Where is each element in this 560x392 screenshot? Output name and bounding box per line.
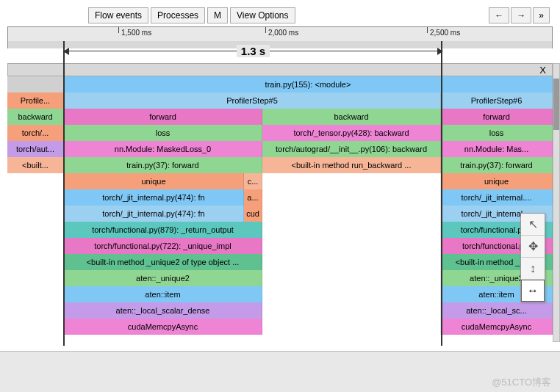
span-a[interactable]: a... [244,189,262,206]
range-indicator: 1.3 s [64,44,442,57]
spacer [7,270,64,286]
spacer [262,189,441,206]
flow-events-button[interactable]: Flow events [88,7,148,23]
spacer [7,222,64,238]
span-cud[interactable]: cud [244,206,262,222]
spacer [7,206,64,222]
tick-label: 1,500 ms [121,29,151,37]
tick-label: 2,500 ms [430,29,460,37]
span-train-module[interactable]: train.py(155): <module> [64,76,553,92]
spacer [7,319,64,335]
spacer [262,286,441,302]
ruler[interactable]: 1,500 ms 2,000 ms 2,500 ms [7,26,553,43]
tool-palette: ↖ ✥ ↕ ↔ [520,213,545,302]
span-torch[interactable]: torch/... [7,125,64,141]
pointer-tool-icon[interactable]: ↖ [521,214,545,236]
range-label: 1.3 s [237,45,270,57]
span-jit-internal[interactable]: torch/_jit_internal.py(474): fn [64,189,244,206]
span-backward[interactable]: backward [7,109,64,125]
span-return-output[interactable]: torch/functional.py(879): _return_output [64,222,262,238]
spacer [7,238,64,254]
spacer [7,302,64,319]
scrollbar-vertical[interactable] [553,63,560,342]
span-cuda-memcpy[interactable]: cudaMemcpyAsync [64,319,262,335]
span-train-forward[interactable]: train.py(37): forward [64,157,262,173]
span-profilerstep5[interactable]: ProfilerStep#5 [64,92,441,109]
span-maskedloss[interactable]: nn.Module: MaskedLoss_0 [64,141,262,157]
span-autograd-init[interactable]: torch/autograd/__init__.py(106): backwar… [262,141,441,157]
nav-prev-button[interactable]: ← [489,7,509,23]
span-loss-2[interactable]: loss [441,125,553,141]
vertical-zoom-tool-icon[interactable]: ↕ [521,258,545,280]
span-backward-2[interactable]: backward [262,109,441,125]
spacer [7,173,64,189]
m-button[interactable]: M [207,7,228,23]
span-profilerstep6[interactable]: ProfilerStep#6 [441,92,553,109]
selection-left-line[interactable] [63,41,65,346]
spacer [262,302,441,319]
view-options-button[interactable]: View Options [230,7,295,23]
span-train-forward-2[interactable]: train.py(37): forward [441,157,553,173]
spacer [262,222,441,238]
tick-label: 2,000 ms [268,29,298,37]
span-profile[interactable]: Profile... [7,92,64,109]
spacer [262,270,441,286]
span-c[interactable]: c... [244,173,262,189]
track-label-spacer [7,76,64,92]
span-forward-2[interactable]: forward [441,109,553,125]
spacer [262,173,441,189]
nav-next-button[interactable]: → [511,7,531,23]
span-run-backward[interactable]: <built-in method run_backward ... [262,157,441,173]
spacer [7,189,64,206]
span-forward[interactable]: forward [64,109,262,125]
close-button[interactable]: X [7,63,553,76]
span-local-scalar[interactable]: aten::_local_scalar_dense [64,302,262,319]
nav-expand-button[interactable]: » [533,7,550,23]
processes-button[interactable]: Processes [151,7,205,23]
pan-tool-icon[interactable]: ✥ [521,236,545,258]
span-cuda-memcpy-2[interactable]: cudaMemcpyAsync [441,319,553,335]
span-aten-item[interactable]: aten::item [64,286,262,302]
span-builtin-unique2[interactable]: <built-in method _unique2 of type object… [64,254,262,270]
span-jit-internal-2[interactable]: torch/_jit_internal.... [441,189,553,206]
spacer [7,254,64,270]
span-maskedloss-2[interactable]: nn.Module: Mas... [441,141,553,157]
span-unique[interactable]: unique [64,173,244,189]
span-loss[interactable]: loss [64,125,262,141]
spacer [262,254,441,270]
span-torch-aut[interactable]: torch/aut... [7,141,64,157]
span-unique-impl[interactable]: torch/functional.py(722): _unique_impl [64,238,262,254]
span-builtin[interactable]: <built... [7,157,64,173]
span-aten-unique2[interactable]: aten::_unique2 [64,270,262,286]
spacer [262,319,441,335]
spacer [7,286,64,302]
span-tensor-backward[interactable]: torch/_tensor.py(428): backward [262,125,441,141]
span-jit-internal-b[interactable]: torch/_jit_internal.py(474): fn [64,206,244,222]
watermark: @51CTO博客 [492,376,551,389]
scrollbar-thumb[interactable] [553,79,559,130]
horizontal-zoom-tool-icon[interactable]: ↔ [521,280,545,302]
spacer [262,238,441,254]
selection-right-line[interactable] [441,41,442,346]
spacer [262,206,441,222]
span-unique-2[interactable]: unique [441,173,553,189]
span-local-scalar-2[interactable]: aten::_local_sc... [441,302,553,319]
bottom-panel [0,351,560,392]
tracks-area[interactable]: X train.py(155): <module> Profile... Pro… [7,63,553,335]
